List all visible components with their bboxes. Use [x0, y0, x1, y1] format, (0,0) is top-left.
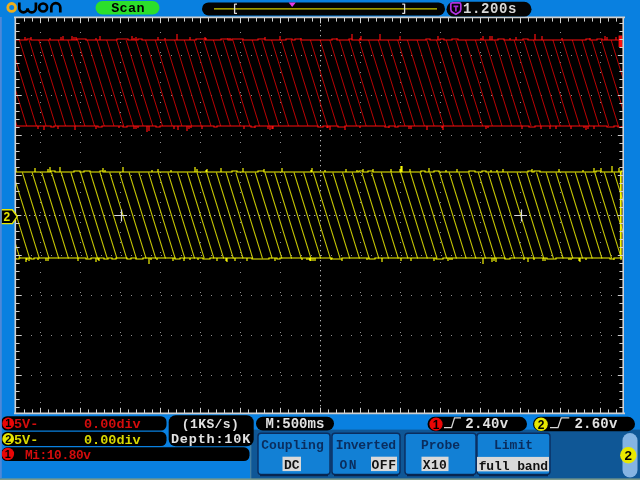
svg-text:2: 2 — [538, 418, 545, 432]
svg-text:Scan: Scan — [111, 1, 145, 16]
svg-text:5V-: 5V- — [14, 417, 38, 432]
svg-text:2: 2 — [625, 448, 633, 463]
svg-text:0.00div: 0.00div — [84, 433, 141, 448]
svg-text:2: 2 — [3, 210, 10, 224]
svg-text:1: 1 — [433, 418, 440, 432]
svg-text:Coupling: Coupling — [261, 438, 324, 453]
svg-text:1: 1 — [5, 417, 11, 429]
svg-text:Depth:10K: Depth:10K — [171, 432, 251, 447]
svg-text:DC: DC — [284, 458, 300, 473]
svg-text:2.40v: 2.40v — [465, 416, 508, 432]
svg-text:Mi:10.80v: Mi:10.80v — [25, 448, 91, 463]
svg-text:Limit: Limit — [494, 438, 533, 453]
svg-text:1: 1 — [5, 448, 11, 460]
svg-text:full band: full band — [479, 459, 548, 474]
svg-text:OFF: OFF — [372, 458, 397, 473]
svg-text:Inverted: Inverted — [336, 438, 396, 453]
svg-text:0.00div: 0.00div — [84, 417, 141, 432]
svg-text:M:500ms: M:500ms — [266, 416, 325, 432]
svg-text:2.60v: 2.60v — [575, 416, 618, 432]
svg-text:X10: X10 — [423, 458, 447, 473]
svg-text:Probe: Probe — [421, 438, 460, 453]
svg-text:5V-: 5V- — [14, 433, 38, 448]
svg-text:1.200s: 1.200s — [463, 1, 517, 17]
svg-text:(1KS/s): (1KS/s) — [182, 417, 239, 432]
svg-text:ON: ON — [339, 458, 358, 473]
svg-text:2: 2 — [5, 433, 11, 445]
